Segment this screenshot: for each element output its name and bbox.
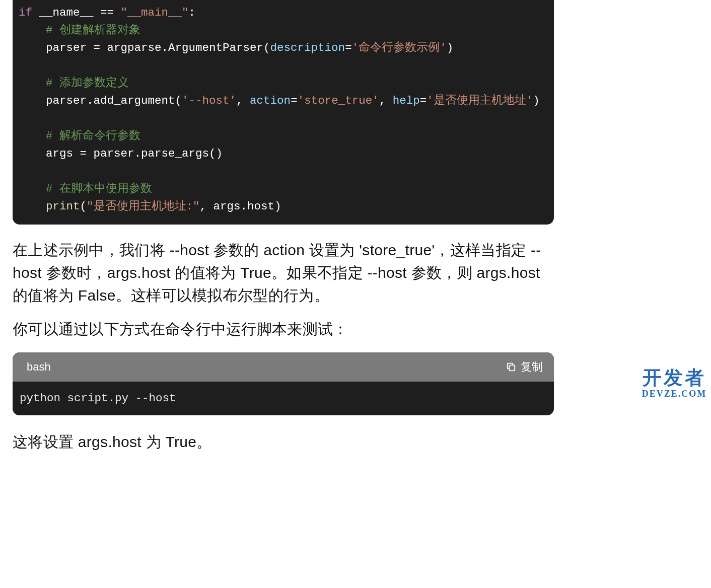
explanation-paragraph-3: 这将设置 args.host 为 True。 xyxy=(13,430,554,453)
explanation-paragraph-2: 你可以通过以下方式在命令行中运行脚本来测试： xyxy=(13,318,554,340)
bash-code-content: python script.py --host xyxy=(20,390,547,407)
watermark-line2: DEVZE.COM xyxy=(639,386,709,401)
code-block-header: bash 复制 xyxy=(13,352,554,382)
bash-code-block: bash 复制 python script.py --host xyxy=(13,352,554,415)
copy-button[interactable]: 复制 xyxy=(506,359,543,375)
code-language-label: bash xyxy=(27,360,51,374)
explanation-paragraph-1: 在上述示例中，我们将 --host 参数的 action 设置为 'store_… xyxy=(13,239,554,307)
copy-label: 复制 xyxy=(521,359,543,375)
python-code-block: if __name__ == "__main__": # 创建解析器对象 par… xyxy=(13,0,554,225)
svg-rect-0 xyxy=(509,365,515,371)
copy-icon xyxy=(506,361,517,373)
watermark-line1: 开发者 xyxy=(643,367,706,388)
watermark: 开发者 DEVZE.COM xyxy=(639,370,709,401)
python-code-content: if __name__ == "__main__": # 创建解析器对象 par… xyxy=(19,4,547,215)
